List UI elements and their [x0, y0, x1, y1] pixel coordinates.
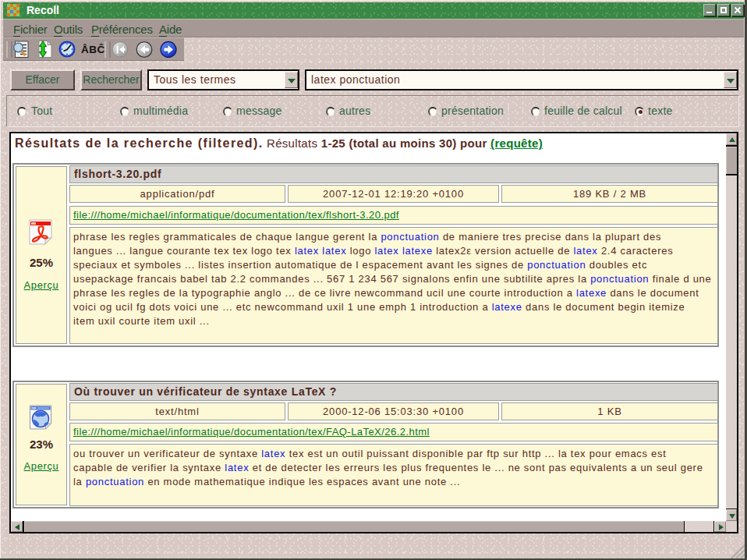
svg-text:ÅBĈ: ÅBĈ [81, 44, 105, 55]
